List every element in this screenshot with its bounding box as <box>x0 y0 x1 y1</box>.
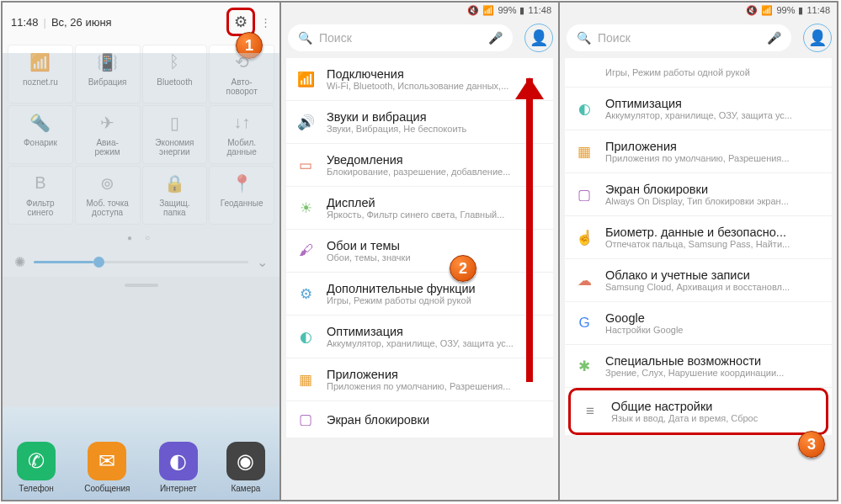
battery-pct: 99% <box>498 5 516 15</box>
battery-pct: 99% <box>776 5 795 15</box>
row-title: Дополнительные функции <box>327 282 546 295</box>
callout-badge-2: 2 <box>450 255 476 282</box>
settings-row[interactable]: GGoogleНастройки Google <box>565 302 832 345</box>
settings-row[interactable]: ⚙Дополнительные функцииИгры, Режим работ… <box>286 273 553 316</box>
row-title: Оптимизация <box>605 97 825 110</box>
app-icon: ◐ <box>159 442 198 480</box>
status-bar: 🔇 📶 99% ▮ 11:48 <box>560 3 837 18</box>
row-title: Приложения <box>605 140 825 153</box>
row-subtitle: Настройки Google <box>605 325 825 335</box>
row-subtitle: Яркость, Фильтр синего света, Главный... <box>327 210 546 220</box>
row-icon: ▭ <box>293 157 318 174</box>
profile-avatar[interactable]: 👤 <box>803 24 832 52</box>
row-title: Уведомления <box>327 153 546 167</box>
row-subtitle: Аккумулятор, хранилище, ОЗУ, защита ус..… <box>605 110 825 120</box>
row-title: Облако и учетные записи <box>605 268 825 282</box>
row-title: Звуки и вибрация <box>327 110 546 124</box>
search-icon: 🔍 <box>577 31 591 45</box>
row-subtitle: Приложения по умолчанию, Разрешения... <box>327 381 546 391</box>
settings-row[interactable]: ≡Общие настройкиЯзык и ввод, Дата и врем… <box>568 388 828 435</box>
clock: 11:48 <box>806 5 830 15</box>
settings-row[interactable]: ▦ПриложенияПриложения по умолчанию, Разр… <box>565 130 832 173</box>
battery-icon: ▮ <box>519 5 524 16</box>
row-subtitle: Wi-Fi, Bluetooth, Использование данных,.… <box>327 81 546 91</box>
row-title: Специальные возможности <box>605 354 825 368</box>
settings-row[interactable]: 📶ПодключенияWi-Fi, Bluetooth, Использова… <box>286 58 553 101</box>
row-subtitle: Приложения по умолчанию, Разрешения... <box>605 153 825 163</box>
row-icon: ▢ <box>572 186 597 204</box>
search-placeholder: Поиск <box>598 31 767 45</box>
row-icon: G <box>572 315 597 332</box>
settings-row[interactable]: ▢Экран блокировкиAlways On Display, Тип … <box>565 173 832 216</box>
row-subtitle: Обои, темы, значки <box>327 252 546 263</box>
settings-list-top: 🔇 📶 99% ▮ 11:48 🔍 Поиск 🎤 👤 📶Подключения… <box>279 3 558 500</box>
settings-row[interactable]: ▦ПриложенияПриложения по умолчанию, Разр… <box>286 358 553 401</box>
app-icon: ✆ <box>17 442 56 480</box>
row-title: Оптимизация <box>327 325 546 338</box>
row-icon: ▦ <box>293 371 318 389</box>
row-icon: ⚙ <box>293 285 318 303</box>
row-title: Экран блокировки <box>605 183 825 196</box>
row-icon: ☀ <box>293 199 318 217</box>
home-dock: ✆Телефон✉Сообщения◐Интернет◉Камера <box>3 407 279 500</box>
settings-row[interactable]: ◐ОптимизацияАккумулятор, хранилище, ОЗУ,… <box>565 88 832 130</box>
dock-app[interactable]: ◐Интернет <box>159 442 198 493</box>
row-icon: ▢ <box>293 411 318 428</box>
row-title: Дисплей <box>327 196 546 210</box>
mic-icon[interactable]: 🎤 <box>767 31 781 45</box>
row-subtitle: Отпечаток пальца, Samsung Pass, Найти... <box>605 239 825 249</box>
settings-row[interactable]: ☝Биометр. данные и безопасно...Отпечаток… <box>565 216 832 259</box>
settings-row[interactable]: 🔊Звуки и вибрацияЗвуки, Вибрация, Не бес… <box>286 101 553 144</box>
clock: 11:48 <box>528 5 551 15</box>
row-subtitle: Язык и ввод, Дата и время, Сброс <box>611 413 819 423</box>
settings-row[interactable]: ✱Специальные возможностиЗрение, Слух, На… <box>565 345 832 388</box>
row-icon: 📶 <box>293 71 318 88</box>
row-subtitle: Always On Display, Тип блокировки экран.… <box>605 196 825 206</box>
profile-avatar[interactable]: 👤 <box>524 24 553 52</box>
row-subtitle: Блокирование, разрешение, добавление... <box>327 167 546 177</box>
row-title: Экран блокировки <box>327 413 546 427</box>
settings-list-scrolled: 🔇 📶 99% ▮ 11:48 🔍 Поиск 🎤 👤 Игры, Режим … <box>558 3 837 500</box>
search-icon: 🔍 <box>298 31 312 45</box>
settings-list: Игры, Режим работы одной рукой◐Оптимизац… <box>565 58 832 435</box>
row-icon: ☁ <box>572 272 597 289</box>
dock-app[interactable]: ✆Телефон <box>17 442 56 493</box>
quick-settings-panel: 11:48 | Вс, 26 июня ⚙ ⋮ 1 📶noznet.ru📳Виб… <box>3 3 279 500</box>
settings-row[interactable]: 🖌Обои и темыОбои, темы, значки <box>286 230 553 273</box>
row-subtitle: Зрение, Слух, Нарушение координации... <box>605 368 825 378</box>
row-icon: 🖌 <box>293 242 318 259</box>
settings-row[interactable]: ☀ДисплейЯркость, Фильтр синего света, Гл… <box>286 187 553 230</box>
app-icon: ✉ <box>88 442 126 480</box>
scroll-arrow <box>526 78 533 382</box>
row-title: Биометр. данные и безопасно... <box>605 225 825 239</box>
clock: 11:48 <box>11 16 39 29</box>
row-icon: ☝ <box>572 229 597 247</box>
signal-icon: 📶 <box>761 5 773 16</box>
settings-row[interactable]: Игры, Режим работы одной рукой <box>565 58 832 88</box>
mute-icon: 🔇 <box>746 5 758 16</box>
gear-icon[interactable]: ⚙ <box>234 13 248 30</box>
row-icon: ≡ <box>578 403 603 420</box>
settings-row[interactable]: ☁Облако и учетные записиSamsung Cloud, А… <box>565 259 832 302</box>
row-subtitle: Аккумулятор, хранилище, ОЗУ, защита ус..… <box>327 338 546 348</box>
search-bar[interactable]: 🔍 Поиск 🎤 <box>288 24 513 51</box>
app-label: Телефон <box>19 484 53 493</box>
battery-icon: ▮ <box>798 5 803 16</box>
settings-row[interactable]: ▢Экран блокировки <box>286 401 553 438</box>
dock-app[interactable]: ◉Камера <box>226 442 265 493</box>
search-placeholder: Поиск <box>319 31 488 45</box>
dock-app[interactable]: ✉Сообщения <box>84 442 130 493</box>
row-title: Подключения <box>327 67 546 81</box>
mic-icon[interactable]: 🎤 <box>488 31 503 45</box>
settings-row[interactable]: ◐ОптимизацияАккумулятор, хранилище, ОЗУ,… <box>286 316 553 358</box>
settings-row[interactable]: ▭УведомленияБлокирование, разрешение, до… <box>286 144 553 187</box>
mute-icon: 🔇 <box>467 5 479 16</box>
row-icon: ◐ <box>572 100 597 118</box>
row-title: Обои и темы <box>327 239 546 252</box>
status-bar: 🔇 📶 99% ▮ 11:48 <box>281 3 558 18</box>
row-subtitle: Samsung Cloud, Архивация и восстановл... <box>605 282 825 292</box>
row-icon: ◐ <box>293 328 318 346</box>
row-icon: ✱ <box>572 358 597 375</box>
row-subtitle: Звуки, Вибрация, Не беспокоить <box>327 124 546 134</box>
search-bar[interactable]: 🔍 Поиск 🎤 <box>567 24 791 51</box>
